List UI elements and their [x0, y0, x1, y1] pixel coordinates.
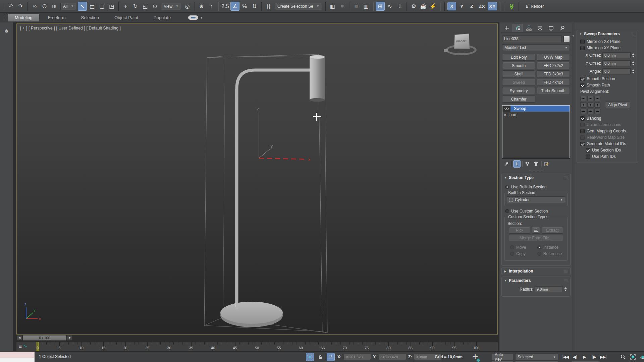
x-coordinate-field[interactable]: 10201,323: [343, 354, 371, 360]
spinner-arrows[interactable]: [564, 287, 567, 291]
stack-item-sweep[interactable]: Sweep: [502, 106, 570, 112]
pivot-middle-right[interactable]: [594, 102, 600, 108]
tab-populate[interactable]: Populate: [147, 14, 177, 21]
radius-field[interactable]: 9,0mm: [535, 286, 563, 292]
redo-icon[interactable]: ↷: [16, 2, 25, 11]
panel-scroll-strip[interactable]: ▼: [572, 23, 575, 361]
smooth-path-checkbox[interactable]: Smooth Path: [580, 83, 635, 87]
track-bar[interactable]: 0510152025303540455055606570758085909510…: [16, 342, 498, 351]
hierarchy-tab[interactable]: [524, 24, 534, 32]
visibility-eye-icon[interactable]: [502, 106, 511, 112]
interpolation-header[interactable]: ▶ Interpolation: [502, 267, 570, 275]
radio-icon[interactable]: [505, 209, 509, 213]
modifier-button-smooth[interactable]: Smooth: [502, 62, 535, 69]
next-frame-button[interactable]: ▶: [67, 335, 72, 341]
select-and-manipulate-icon[interactable]: ⊕: [197, 2, 206, 11]
plant-select-icon[interactable]: ♠: [2, 26, 12, 36]
previous-frame-icon[interactable]: ◀||: [571, 353, 579, 361]
modifier-button-chamfer[interactable]: Chamfer: [502, 96, 535, 103]
utilities-tab[interactable]: [557, 24, 567, 32]
checkbox-icon[interactable]: [586, 155, 590, 159]
batch-render-button[interactable]: B. Render: [521, 2, 548, 10]
render-setup-icon[interactable]: ⚙: [409, 2, 418, 11]
spinner-snap-toggle-icon[interactable]: ⇅: [250, 2, 259, 11]
dope-sheet-icon[interactable]: ⇩: [395, 2, 404, 11]
zoom-extents-icon[interactable]: [629, 353, 637, 361]
configure-modifier-sets-icon[interactable]: [543, 160, 550, 168]
checkbox-icon[interactable]: [580, 77, 585, 81]
selected-spline-axis-tripod[interactable]: z y x: [257, 107, 310, 162]
listener-macro-row[interactable]: [0, 352, 35, 358]
use-path-ids-checkbox[interactable]: Use Path IDs: [586, 154, 635, 159]
select-object-icon[interactable]: ↖: [78, 2, 87, 11]
union-intersections-checkbox[interactable]: Union Intersections: [580, 122, 635, 127]
select-and-link-icon[interactable]: ∞: [30, 2, 39, 11]
modifier-list-dropdown[interactable]: Modifier List ▼: [502, 44, 570, 51]
mirror-icon[interactable]: ◧: [328, 2, 337, 11]
selection-lock-icon[interactable]: [316, 353, 324, 361]
modifier-button-ffd-3x3x3[interactable]: FFD 3x3x3: [537, 70, 570, 77]
checkbox-icon[interactable]: [586, 148, 590, 153]
checkbox-icon[interactable]: [580, 142, 585, 146]
rectangular-selection-region-icon[interactable]: ▢: [97, 2, 106, 11]
merge-from-file-button[interactable]: Merge From File...: [509, 235, 563, 241]
expand-arrow-icon[interactable]: ▶: [502, 113, 508, 116]
pivot-top-center[interactable]: [587, 96, 593, 101]
instance-radio[interactable]: Instance: [537, 245, 562, 250]
next-frame-icon[interactable]: ||▶: [590, 353, 598, 361]
banking-checkbox[interactable]: Banking: [580, 116, 635, 121]
checkbox-icon[interactable]: [580, 129, 585, 133]
pivot-bottom-left[interactable]: [580, 109, 586, 114]
radio-icon[interactable]: [537, 252, 541, 256]
play-icon[interactable]: ▶: [580, 353, 588, 361]
y-coordinate-field[interactable]: 31808,428: [379, 354, 406, 360]
unlink-selection-icon[interactable]: ∅: [40, 2, 49, 11]
modifier-button-ffd-2x2x2[interactable]: FFD 2x2x2: [537, 62, 570, 69]
modify-tab[interactable]: [513, 24, 523, 32]
listener-script-row[interactable]: [0, 358, 35, 362]
named-selection-set-dropdown[interactable]: Create Selection Se ▼: [275, 3, 322, 10]
pivot-bottom-center[interactable]: [587, 109, 593, 114]
spinner-arrows[interactable]: [632, 69, 635, 73]
perspective-viewport[interactable]: z y x x y z [ + ] [ Perspective ] [ User…: [16, 23, 498, 335]
stack-item-line[interactable]: ▶Line: [502, 112, 570, 118]
select-and-rotate-icon[interactable]: ↻: [131, 2, 140, 11]
pivot-middle-center[interactable]: [587, 102, 593, 108]
tab-freeform[interactable]: Freeform: [41, 14, 72, 21]
auto-key-button[interactable]: Auto Key: [492, 353, 513, 361]
show-end-result-icon[interactable]: [513, 160, 521, 168]
built-in-section-dropdown[interactable]: Cylinder ▼: [507, 196, 565, 203]
angle-snap-toggle-icon[interactable]: ∠: [230, 2, 239, 11]
snaps-toggle-2-5-icon[interactable]: 2.5: [221, 2, 230, 11]
material-editor-icon[interactable]: ⊞: [376, 2, 385, 11]
reference-coordinate-system-dropdown[interactable]: View ▼: [161, 3, 181, 10]
pivot-middle-left[interactable]: [580, 102, 586, 108]
show-curves-icon[interactable]: ∿: [23, 343, 27, 349]
checkbox-icon[interactable]: [580, 46, 585, 50]
trackbar-options-icon[interactable]: ≣: [18, 344, 22, 349]
absolute-offset-mode-icon[interactable]: [327, 353, 335, 361]
mirror-xz-checkbox[interactable]: Mirror on XZ Plane: [580, 39, 635, 44]
checkbox-icon[interactable]: [580, 40, 585, 44]
select-and-move-icon[interactable]: +: [121, 2, 130, 11]
selection-filter-dropdown[interactable]: All ▼: [60, 3, 76, 10]
tab-selection[interactable]: Selection: [74, 14, 106, 21]
undo-icon[interactable]: ↶: [6, 2, 15, 11]
select-by-name-icon[interactable]: ▤: [88, 2, 97, 11]
go-to-end-icon[interactable]: ▶▶|: [599, 353, 607, 361]
reference-radio[interactable]: Reference: [537, 251, 562, 256]
pick-list-icon[interactable]: [532, 227, 540, 234]
zoom-icon[interactable]: [619, 353, 627, 361]
use-built-in-section-radio[interactable]: Use Built-In Section: [505, 185, 567, 189]
real-world-map-size-checkbox[interactable]: Real-World Map Size: [580, 135, 635, 140]
go-to-start-icon[interactable]: |◀◀: [561, 353, 570, 361]
parameters-header[interactable]: ▼ Parameters: [502, 277, 570, 284]
activeshade-icon[interactable]: ⚡: [429, 2, 438, 11]
viewcube-home-nub[interactable]: [444, 49, 448, 52]
tab-object-paint[interactable]: Object Paint: [108, 14, 145, 21]
align-icon[interactable]: ≡: [338, 2, 347, 11]
modifier-button-turbosmooth[interactable]: TurboSmooth: [537, 87, 570, 94]
spinner-arrows[interactable]: [632, 61, 635, 65]
constrain-to-z-icon[interactable]: Z: [468, 2, 476, 10]
panel-splitter[interactable]: [501, 170, 571, 172]
